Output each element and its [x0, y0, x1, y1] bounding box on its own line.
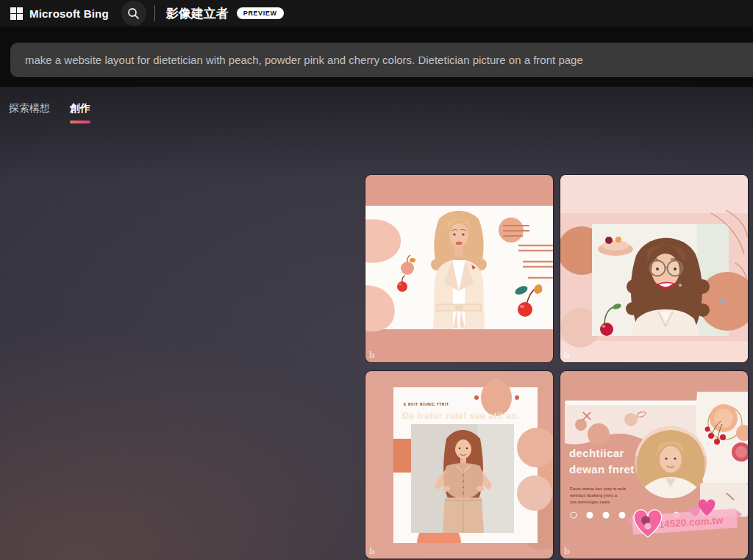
generated-image-3[interactable]: E RUIT RIUNIC TTRIT De lretur ruiel see … — [365, 371, 553, 559]
tab-explore-ideas[interactable]: 探索構想 — [9, 102, 50, 115]
brand-label[interactable]: Microsoft Bing — [29, 7, 109, 20]
divider — [154, 5, 155, 21]
hero-heading-line1: dechtiicar — [569, 447, 624, 459]
content-area: 探索構想 創作 — [0, 87, 753, 560]
top-bar: Microsoft Bing 影像建立者 PREVIEW — [0, 0, 753, 26]
search-button[interactable] — [121, 1, 146, 26]
dietician-portrait — [431, 211, 487, 329]
generated-image-2-art — [560, 175, 748, 362]
generated-image-4-art: dechtiicar dewan fnret Easte tmane bes y… — [560, 371, 748, 559]
preview-badge: PREVIEW — [237, 7, 284, 19]
app-title[interactable]: 影像建立者 — [166, 5, 229, 22]
active-tab-underline — [70, 121, 90, 123]
card-title: De lretur ruiel see atil an. — [402, 411, 520, 421]
generated-image-2[interactable]: b — [560, 175, 748, 362]
tab-explore-label: 探索構想 — [9, 102, 50, 114]
tab-bar: 探索構想 創作 — [9, 102, 90, 123]
tab-creations-label: 創作 — [70, 102, 90, 114]
bing-image-creator-screen: Microsoft Bing 影像建立者 PREVIEW 探索構想 創作 — [0, 0, 753, 560]
hero-body-line1: Easte tmane bes yray w nela — [570, 487, 627, 491]
generated-image-1-art — [365, 175, 553, 362]
generated-image-1[interactable]: b — [365, 175, 553, 362]
microsoft-logo-icon — [10, 7, 23, 20]
tab-creations[interactable]: 創作 — [70, 102, 90, 123]
hero-body-line2: wetraus duakerg yterc a — [569, 493, 618, 498]
hero-heading-line2: dewan fnret — [569, 463, 635, 475]
card-kicker: E RUIT RIUNIC TTRIT — [404, 403, 449, 406]
prompt-input[interactable] — [10, 43, 753, 77]
prompt-bar — [0, 26, 753, 87]
generated-image-3-art: E RUIT RIUNIC TTRIT De lretur ruiel see … — [365, 371, 553, 559]
search-icon — [127, 7, 140, 20]
generated-image-4[interactable]: dechtiicar dewan fnret Easte tmane bes y… — [560, 371, 748, 559]
creations-grid: b — [365, 175, 748, 559]
hero-body-line3: cas asreloigas seats — [570, 500, 610, 504]
